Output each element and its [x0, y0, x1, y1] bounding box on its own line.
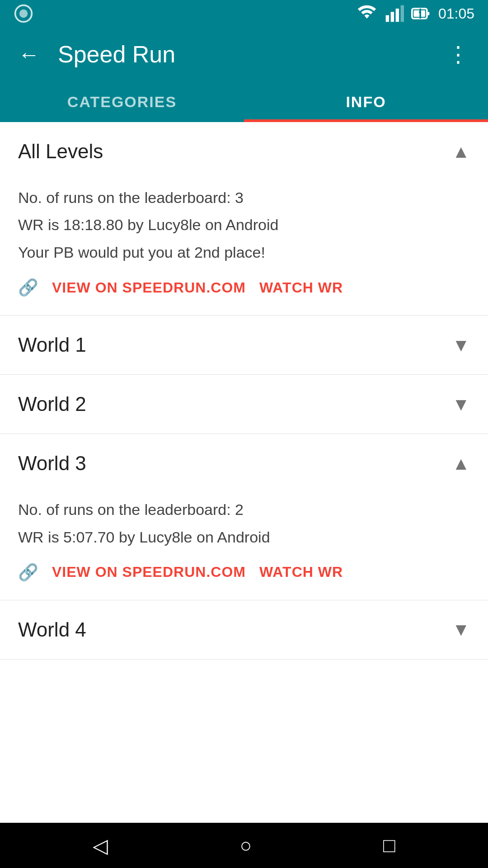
svg-rect-4 [396, 9, 399, 22]
tab-categories[interactable]: CATEGORIES [0, 81, 244, 122]
world-3-wr: WR is 5:07.70 by Lucy8le on Android [18, 525, 470, 549]
category-world-2-header[interactable]: World 2 ▼ [0, 375, 488, 434]
category-all-levels-title: All Levels [18, 140, 103, 163]
category-all-levels-chevron: ▲ [452, 142, 470, 162]
more-button[interactable]: ⋮ [443, 37, 474, 71]
world-3-actions: 🔗 VIEW ON SPEEDRUN.COM WATCH WR [18, 563, 470, 582]
back-button[interactable]: ← [14, 38, 44, 71]
category-all-levels: All Levels ▲ No. of runs on the leaderbo… [0, 122, 488, 316]
category-world-2-chevron: ▼ [452, 394, 470, 415]
category-all-levels-header[interactable]: All Levels ▲ [0, 122, 488, 181]
nav-bar: ◁ ○ □ [0, 823, 488, 868]
svg-point-1 [19, 9, 28, 18]
world-3-runs: No. of runs on the leaderboard: 2 [18, 497, 470, 522]
svg-rect-5 [401, 5, 404, 22]
watch-wr-button[interactable]: WATCH WR [259, 279, 343, 296]
wifi-icon [357, 4, 377, 24]
category-world-3-chevron: ▲ [452, 453, 470, 474]
category-all-levels-body: No. of runs on the leaderboard: 3 WR is … [0, 181, 488, 315]
status-time: 01:05 [438, 5, 474, 22]
nav-back-button[interactable]: ◁ [79, 830, 122, 862]
category-world-3-header[interactable]: World 3 ▲ [0, 434, 488, 493]
link-icon-all-levels: 🔗 [18, 278, 38, 297]
signal-bars-icon [384, 4, 404, 24]
svg-rect-7 [427, 12, 430, 15]
link-icon-world-3: 🔗 [18, 563, 38, 582]
category-world-3: World 3 ▲ No. of runs on the leaderboard… [0, 434, 488, 600]
category-world-1-title: World 1 [18, 334, 86, 356]
category-world-3-body: No. of runs on the leaderboard: 2 WR is … [0, 493, 488, 600]
nav-home-button[interactable]: ○ [226, 830, 265, 861]
status-bar-right: 01:05 [357, 4, 474, 24]
all-levels-wr: WR is 18:18.80 by Lucy8le on Android [18, 212, 470, 237]
all-levels-runs: No. of runs on the leaderboard: 3 [18, 185, 470, 210]
category-world-4-chevron: ▼ [452, 619, 470, 640]
tabs-container: CATEGORIES INFO [0, 81, 488, 122]
category-world-2-title: World 2 [18, 393, 86, 415]
category-world-1: World 1 ▼ [0, 316, 488, 375]
category-world-4-header[interactable]: World 4 ▼ [0, 600, 488, 659]
view-speedrun-world3-button[interactable]: VIEW ON SPEEDRUN.COM [52, 564, 246, 580]
category-world-1-header[interactable]: World 1 ▼ [0, 316, 488, 374]
all-levels-pb: Your PB would put you at 2nd place! [18, 240, 470, 264]
watch-wr-world3-button[interactable]: WATCH WR [259, 564, 343, 580]
view-speedrun-button[interactable]: VIEW ON SPEEDRUN.COM [52, 279, 246, 296]
signal-icon [14, 4, 33, 24]
status-bar-left [14, 4, 33, 24]
all-levels-actions: 🔗 VIEW ON SPEEDRUN.COM WATCH WR [18, 278, 470, 297]
app-bar-title: Speed Run [58, 41, 429, 68]
category-world-4-title: World 4 [18, 618, 86, 641]
category-world-3-title: World 3 [18, 452, 86, 475]
category-world-1-chevron: ▼ [452, 335, 470, 355]
svg-rect-2 [386, 15, 389, 22]
svg-rect-3 [391, 12, 394, 22]
status-bar: 01:05 [0, 0, 488, 27]
tab-info[interactable]: INFO [244, 81, 488, 122]
category-world-2: World 2 ▼ [0, 375, 488, 434]
battery-icon [411, 4, 431, 24]
nav-recent-button[interactable]: □ [370, 830, 409, 861]
app-bar: ← Speed Run ⋮ [0, 27, 488, 81]
category-world-4: World 4 ▼ [0, 600, 488, 660]
content-area: All Levels ▲ No. of runs on the leaderbo… [0, 122, 488, 823]
